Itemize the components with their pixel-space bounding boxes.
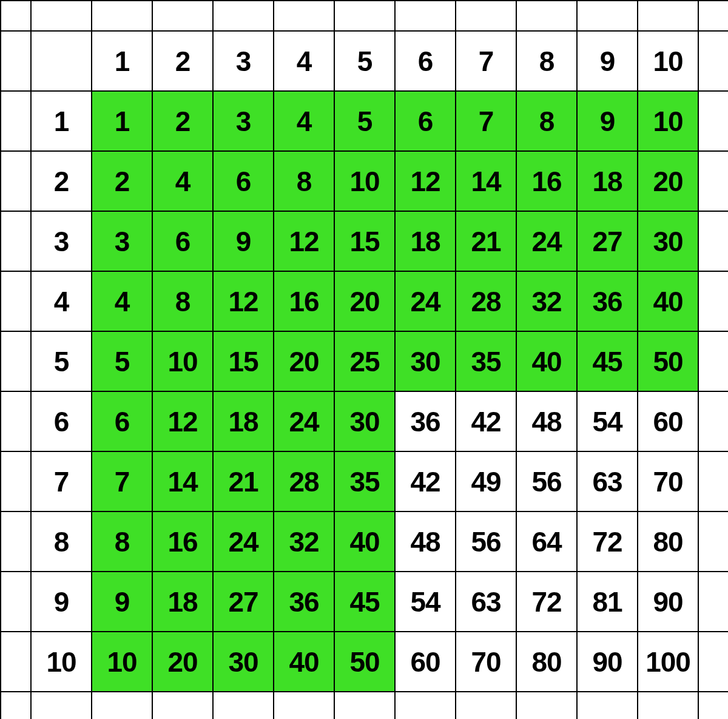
product-cell: 28 xyxy=(273,451,335,512)
grid-cell xyxy=(455,691,517,719)
product-cell: 27 xyxy=(576,211,638,272)
grid-cell xyxy=(394,691,456,719)
product-cell: 36 xyxy=(273,571,335,632)
product-cell: 10 xyxy=(334,150,396,212)
product-cell: 42 xyxy=(394,451,456,512)
row-header: 6 xyxy=(30,391,92,452)
product-cell: 70 xyxy=(637,451,699,512)
product-cell: 72 xyxy=(516,571,578,632)
grid-cell xyxy=(576,0,638,32)
product-cell: 7 xyxy=(455,90,517,152)
product-cell: 6 xyxy=(212,150,274,212)
product-cell: 40 xyxy=(334,511,396,572)
product-cell: 70 xyxy=(455,631,517,692)
grid-cell xyxy=(698,451,728,512)
product-cell: 72 xyxy=(576,511,638,572)
grid-cell xyxy=(698,331,728,392)
product-cell: 30 xyxy=(212,631,274,692)
grid-cell xyxy=(0,691,32,719)
grid-cell xyxy=(30,30,92,92)
product-cell: 40 xyxy=(637,271,699,332)
product-cell: 16 xyxy=(152,511,214,572)
product-cell: 24 xyxy=(394,271,456,332)
product-cell: 3 xyxy=(212,90,274,152)
product-cell: 15 xyxy=(212,331,274,392)
product-cell: 81 xyxy=(576,571,638,632)
grid-cell xyxy=(516,0,578,32)
product-cell: 45 xyxy=(334,571,396,632)
product-cell: 9 xyxy=(212,211,274,272)
product-cell: 100 xyxy=(637,631,699,692)
product-cell: 18 xyxy=(394,211,456,272)
grid-cell xyxy=(698,0,728,32)
product-cell: 16 xyxy=(516,150,578,212)
product-cell: 80 xyxy=(637,511,699,572)
product-cell: 35 xyxy=(455,331,517,392)
multiplication-table: 1234567891011234567891022468101214161820… xyxy=(0,0,728,719)
product-cell: 12 xyxy=(212,271,274,332)
col-header: 10 xyxy=(637,30,699,92)
product-cell: 8 xyxy=(91,511,153,572)
product-cell: 8 xyxy=(516,90,578,152)
grid-cell xyxy=(637,691,699,719)
grid-cell xyxy=(0,211,32,272)
product-cell: 50 xyxy=(334,631,396,692)
product-cell: 18 xyxy=(152,571,214,632)
grid-cell xyxy=(0,0,32,32)
product-cell: 32 xyxy=(516,271,578,332)
col-header: 6 xyxy=(394,30,456,92)
product-cell: 48 xyxy=(394,511,456,572)
product-cell: 15 xyxy=(334,211,396,272)
grid-cell xyxy=(0,331,32,392)
product-cell: 8 xyxy=(273,150,335,212)
product-cell: 36 xyxy=(394,391,456,452)
col-header: 9 xyxy=(576,30,638,92)
grid-cell xyxy=(212,0,274,32)
product-cell: 63 xyxy=(576,451,638,512)
product-cell: 54 xyxy=(394,571,456,632)
product-cell: 25 xyxy=(334,331,396,392)
product-cell: 42 xyxy=(455,391,517,452)
product-cell: 6 xyxy=(394,90,456,152)
row-header: 9 xyxy=(30,571,92,632)
product-cell: 12 xyxy=(152,391,214,452)
product-cell: 8 xyxy=(152,271,214,332)
grid-cell xyxy=(0,30,32,92)
col-header: 2 xyxy=(152,30,214,92)
grid-cell xyxy=(30,691,92,719)
product-cell: 20 xyxy=(637,150,699,212)
product-cell: 36 xyxy=(576,271,638,332)
product-cell: 20 xyxy=(152,631,214,692)
product-cell: 30 xyxy=(334,391,396,452)
product-cell: 4 xyxy=(152,150,214,212)
grid-cell xyxy=(698,30,728,92)
grid-cell xyxy=(698,90,728,152)
grid-cell xyxy=(30,0,92,32)
grid-cell xyxy=(91,691,153,719)
col-header: 8 xyxy=(516,30,578,92)
product-cell: 60 xyxy=(637,391,699,452)
grid-cell xyxy=(698,691,728,719)
product-cell: 60 xyxy=(394,631,456,692)
product-cell: 20 xyxy=(273,331,335,392)
grid-cell xyxy=(0,451,32,512)
row-header: 4 xyxy=(30,271,92,332)
product-cell: 9 xyxy=(576,90,638,152)
grid-cell xyxy=(698,271,728,332)
col-header: 5 xyxy=(334,30,396,92)
product-cell: 5 xyxy=(334,90,396,152)
grid-cell xyxy=(698,511,728,572)
product-cell: 90 xyxy=(637,571,699,632)
product-cell: 56 xyxy=(516,451,578,512)
product-cell: 1 xyxy=(91,90,153,152)
grid-cell xyxy=(0,571,32,632)
grid-cell xyxy=(334,691,396,719)
product-cell: 50 xyxy=(637,331,699,392)
product-cell: 24 xyxy=(212,511,274,572)
product-cell: 3 xyxy=(91,211,153,272)
grid-cell xyxy=(455,0,517,32)
product-cell: 2 xyxy=(91,150,153,212)
grid-cell xyxy=(637,0,699,32)
product-cell: 12 xyxy=(394,150,456,212)
product-cell: 12 xyxy=(273,211,335,272)
